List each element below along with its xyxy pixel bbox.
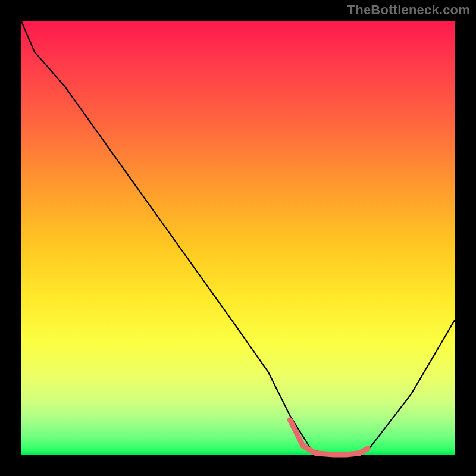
- main-curve: [21, 21, 455, 455]
- chart-svg: [21, 21, 455, 455]
- valley-highlight: [290, 420, 368, 455]
- chart-frame: TheBottleneck.com: [0, 0, 476, 476]
- plot-area: [21, 21, 455, 455]
- watermark-text: TheBottleneck.com: [347, 2, 470, 18]
